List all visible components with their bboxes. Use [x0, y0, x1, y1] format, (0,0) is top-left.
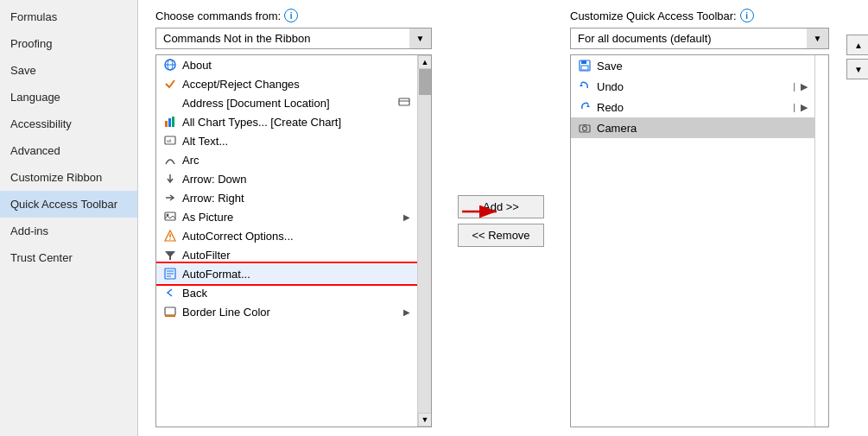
columns: Choose commands from: i Commands Not in …: [155, 9, 851, 427]
move-up-button[interactable]: ▲: [846, 35, 868, 55]
list-item[interactable]: As Picture ▶: [156, 207, 417, 226]
arrow-right-icon: [163, 191, 177, 205]
border-submenu-icon: ▶: [403, 307, 410, 317]
customize-toolbar-label: Customize Quick Access Toolbar: i: [570, 9, 829, 22]
sidebar: Formulas Proofing Save Language Accessib…: [0, 0, 138, 436]
back-icon: [163, 286, 177, 300]
list-item[interactable]: Redo | ▶: [571, 97, 814, 117]
camera-icon: [578, 121, 592, 135]
customize-toolbar-info-icon[interactable]: i: [740, 9, 754, 22]
list-item-camera[interactable]: Camera: [571, 117, 814, 138]
list-item[interactable]: Arc: [156, 150, 417, 169]
sidebar-item-formulas[interactable]: Formulas: [0, 3, 137, 30]
sidebar-item-language[interactable]: Language: [0, 84, 137, 111]
svg-rect-5: [165, 121, 168, 127]
svg-rect-3: [399, 98, 409, 105]
scroll-track: [418, 69, 431, 413]
list-item[interactable]: All Chart Types... [Create Chart]: [156, 112, 417, 131]
remove-button[interactable]: << Remove: [458, 224, 544, 247]
svg-point-14: [169, 238, 171, 240]
main-content: Choose commands from: i Commands Not in …: [138, 0, 868, 436]
toolbar-dropdown[interactable]: For all documents (default): [570, 28, 829, 49]
autoformat-icon: [163, 267, 177, 281]
scroll-thumb: [419, 69, 431, 95]
list-item[interactable]: AutoCorrect Options...: [156, 226, 417, 245]
save-icon: [578, 59, 592, 73]
list-item[interactable]: Accept/Reject Changes: [156, 74, 417, 93]
add-arrow-indicator-icon: [458, 199, 501, 224]
svg-rect-7: [172, 117, 174, 127]
sidebar-item-proofing[interactable]: Proofing: [0, 30, 137, 57]
list-item-autoformat[interactable]: AutoFormat...: [156, 264, 417, 283]
address-right-icon: [398, 96, 410, 110]
arrow-down-icon: [163, 172, 177, 186]
redo-separator: |: [793, 102, 795, 112]
svg-point-28: [583, 127, 587, 131]
list-item[interactable]: Undo | ▶: [571, 76, 814, 97]
redo-icon: [578, 100, 592, 114]
toolbar-list-wrapper: Save Undo | ▶: [570, 54, 829, 427]
toolbar-list: Save Undo | ▶: [571, 55, 814, 427]
commands-dropdown-wrapper: Commands Not in the Ribbon ▼: [155, 28, 432, 49]
undo-separator: |: [793, 81, 795, 92]
arc-icon: [163, 153, 177, 167]
svg-marker-15: [165, 251, 175, 260]
as-picture-icon: [163, 210, 177, 224]
sidebar-item-advanced[interactable]: Advanced: [0, 137, 137, 164]
right-column: Customize Quick Access Toolbar: i For al…: [570, 9, 829, 427]
sidebar-item-add-ins[interactable]: Add-ins: [0, 218, 137, 244]
right-list-scrollbar: [814, 55, 828, 427]
command-list: About Accept/Reject Changes Address [Doc…: [156, 55, 417, 427]
svg-text:alt: alt: [167, 138, 172, 143]
list-item[interactable]: Back: [156, 283, 417, 302]
svg-rect-25: [581, 60, 586, 64]
address-icon: [163, 96, 177, 110]
left-column: Choose commands from: i Commands Not in …: [155, 9, 432, 427]
middle-buttons: Add >> << Remove: [449, 9, 553, 427]
as-picture-submenu-icon: ▶: [403, 212, 410, 222]
choose-commands-label: Choose commands from: i: [155, 9, 432, 22]
left-list-scrollbar: ▲ ▼: [417, 55, 431, 427]
far-right-buttons: ▲ ▼: [846, 9, 868, 427]
svg-rect-20: [165, 307, 175, 315]
border-line-color-icon: [163, 305, 177, 319]
list-item[interactable]: alt Alt Text...: [156, 131, 417, 150]
svg-rect-6: [168, 118, 171, 127]
move-down-button[interactable]: ▼: [846, 59, 868, 79]
sidebar-item-save[interactable]: Save: [0, 57, 137, 84]
scroll-up-button[interactable]: ▲: [418, 55, 432, 69]
scroll-down-button[interactable]: ▼: [418, 413, 432, 427]
accept-reject-icon: [163, 77, 177, 91]
list-item[interactable]: Save: [571, 55, 814, 76]
list-item[interactable]: About: [156, 55, 417, 74]
sidebar-item-quick-access-toolbar[interactable]: Quick Access Toolbar: [0, 191, 137, 218]
svg-rect-26: [581, 66, 588, 70]
undo-icon: [578, 79, 592, 93]
list-item[interactable]: AutoFilter: [156, 245, 417, 264]
sidebar-item-customize-ribbon[interactable]: Customize Ribbon: [0, 164, 137, 191]
globe-icon: [163, 58, 177, 72]
list-item[interactable]: Address [Document Location]: [156, 93, 417, 112]
autocorrect-icon: [163, 229, 177, 243]
undo-expand: ▶: [801, 81, 808, 92]
choose-commands-info-icon[interactable]: i: [284, 9, 298, 22]
commands-dropdown[interactable]: Commands Not in the Ribbon: [155, 28, 432, 49]
sidebar-item-accessibility[interactable]: Accessibility: [0, 111, 137, 137]
autofilter-icon: [163, 248, 177, 262]
redo-expand: ▶: [801, 102, 808, 113]
sidebar-item-trust-center[interactable]: Trust Center: [0, 244, 137, 271]
list-item[interactable]: Arrow: Right: [156, 188, 417, 207]
list-item[interactable]: Arrow: Down: [156, 169, 417, 188]
list-item[interactable]: Border Line Color ▶: [156, 302, 417, 321]
alt-text-icon: alt: [163, 134, 177, 148]
chart-icon: [163, 115, 177, 129]
command-list-wrapper: About Accept/Reject Changes Address [Doc…: [155, 54, 432, 427]
toolbar-dropdown-wrapper: For all documents (default) ▼: [570, 28, 829, 49]
